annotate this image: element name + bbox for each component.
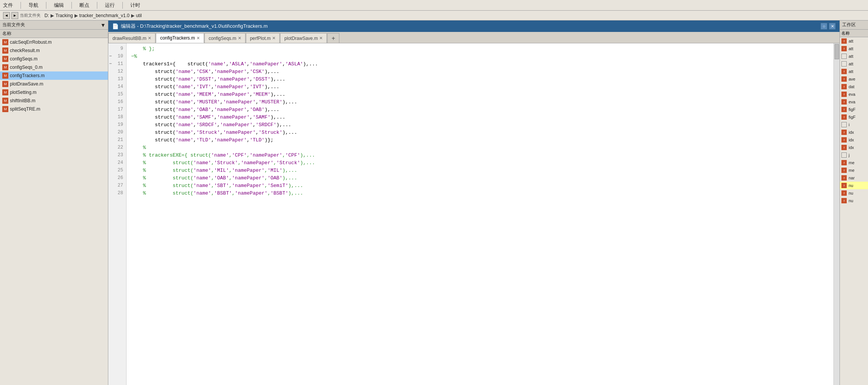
right-panel-item[interactable]: fatt [840,45,868,52]
breadcrumb-benchmark[interactable]: tracker_benchmark_v1.0 [79,13,130,18]
toolbar-break[interactable]: 断点 [79,2,89,9]
toolbar-break-section[interactable]: 断点 [79,2,89,9]
code-segment: , [211,190,214,196]
code-segment: 'SBT' [214,183,229,189]
file-item[interactable]: MconfigTrackers.m [0,71,108,80]
toolbar-timing-section[interactable]: 计时 [130,2,140,9]
line-number: 20 [108,128,126,136]
toolbar-timing[interactable]: 计时 [130,2,140,9]
right-panel-item[interactable]: fnu [840,197,868,204]
toolbar-nav-section[interactable]: 导航 [29,2,38,9]
file-icon: M [2,56,8,62]
code-segment: 'DSST' [253,76,271,82]
file-item[interactable]: MplotDrawSave.m [0,80,108,88]
tab-close-button[interactable]: ✕ [148,36,151,40]
code-segment: ),... [282,99,297,105]
file-name: calcSeqErrRobust.m [10,40,52,45]
line-number: 27 [108,182,126,189]
right-panel-item[interactable]: ffigF [840,113,868,121]
right-panel-item[interactable]: feva [840,98,868,106]
breadcrumb-util[interactable]: util [136,13,142,18]
file-name: configSeqs.m [10,56,38,62]
right-item-icon [841,152,847,158]
right-panel-item[interactable]: fidx [840,136,868,144]
code-segment: , [193,99,196,105]
file-item[interactable]: McheckResult.m [0,46,108,55]
right-panel-item[interactable]: fnar [840,174,868,182]
code-segment: 'Struck' [196,130,220,135]
code-segment: 'MIL' [268,168,282,173]
tab-label: perfPlot.m [250,36,271,41]
right-panel-item[interactable]: fidx [840,144,868,151]
code-segment: , [247,107,250,112]
code-segment: 'name' [208,61,226,67]
right-panel-item[interactable]: ffigF [840,106,868,113]
tab-close-button[interactable]: ✕ [319,36,323,40]
editor-tab[interactable]: configSeqs.m✕ [204,33,246,43]
scroll-thumb[interactable] [835,44,839,59]
right-panel-item[interactable]: fdat [840,83,868,90]
toolbar-edit-section[interactable]: 编辑 [54,2,64,9]
editor-tab[interactable]: plotDrawSave.m✕ [280,33,327,43]
code-segment: 'namePaper' [232,168,265,173]
editor-minimize-button[interactable]: ○ [820,23,827,30]
line-number: 19 [108,121,126,128]
code-segment: ),... [282,175,297,181]
file-item[interactable]: MconfigSeqs.m [0,55,108,63]
breadcrumb-d[interactable]: D: [44,13,49,18]
editor-tab[interactable]: configTrackers.m✕ [156,33,204,43]
toolbar-run-section[interactable]: 运行 [105,2,115,9]
left-panel-toggle[interactable]: ▼ [100,22,106,28]
right-item-label: att [849,46,853,51]
code-segment: , [220,130,223,135]
right-panel-item[interactable]: fme [840,166,868,174]
right-panel-item[interactable]: fave [840,75,868,83]
toolbar-edit[interactable]: 编辑 [54,2,64,9]
code-lines[interactable]: % };−% trackers1={ struct('name','ASLA',… [127,43,833,385]
toolbar-file-section[interactable]: 文件 [3,2,13,9]
right-panel-item[interactable]: feva [840,90,868,98]
right-item-label: idx [849,130,854,135]
right-panel-item[interactable]: fme [840,159,868,166]
toolbar-run[interactable]: 运行 [105,2,115,9]
forward-button[interactable]: ► [11,12,18,19]
file-item[interactable]: MplotSetting.m [0,88,108,97]
file-item[interactable]: McalcSeqErrRobust.m [0,38,108,46]
right-panel-item[interactable]: fnu [840,182,868,189]
tab-close-button[interactable]: ✕ [238,36,241,40]
editor-titlebar: 📄 编辑器 - D:\Tracking\tracker_benchmark_v1… [108,21,839,32]
code-segment: 'Struck' [276,160,300,166]
line-number: 9 [108,45,126,52]
code-segment: , [229,183,232,189]
back-button[interactable]: ◄ [3,12,10,19]
vertical-scrollbar[interactable] [833,43,839,385]
right-item-icon: f [841,107,847,112]
right-panel-item[interactable]: i [840,121,868,128]
right-panel-item[interactable]: fatt [840,37,868,45]
add-tab-button[interactable]: + [327,33,339,43]
toolbar-file[interactable]: 文件 [3,2,13,9]
right-panel-item[interactable]: fatt [840,68,868,75]
right-file-list: fattfattattattfattfavefdatfevafevaffigFf… [840,37,868,385]
editor-controls[interactable]: ○ ✕ [820,23,836,30]
right-panel-item[interactable]: fidx [840,128,868,136]
editor-tab[interactable]: perfPlot.m✕ [246,33,280,43]
tab-close-button[interactable]: ✕ [272,36,276,40]
right-panel-item[interactable]: att [840,52,868,60]
code-segment: struct( [131,84,176,90]
tab-close-button[interactable]: ✕ [196,36,200,40]
code-line: struct('name','MEEM','namePaper','MEEM')… [127,90,833,98]
code-segment: , [193,92,196,97]
right-panel-item[interactable]: j [840,151,868,159]
editor-close-button[interactable]: ✕ [829,23,836,30]
file-item[interactable]: MsplitSeqTRE.m [0,105,108,113]
right-panel-item[interactable]: fnu [840,189,868,197]
file-item[interactable]: MshiftInitBB.m [0,97,108,105]
editor-tab[interactable]: drawResultBB.m✕ [108,33,155,43]
right-panel-item[interactable]: att [840,60,868,68]
file-item[interactable]: MconfigSeqs_0.m [0,63,108,71]
left-col-name: 名称 [2,30,11,37]
code-segment: )}; [265,137,273,143]
breadcrumb-tracking[interactable]: Tracking [55,13,73,18]
toolbar-nav[interactable]: 导航 [29,2,38,9]
